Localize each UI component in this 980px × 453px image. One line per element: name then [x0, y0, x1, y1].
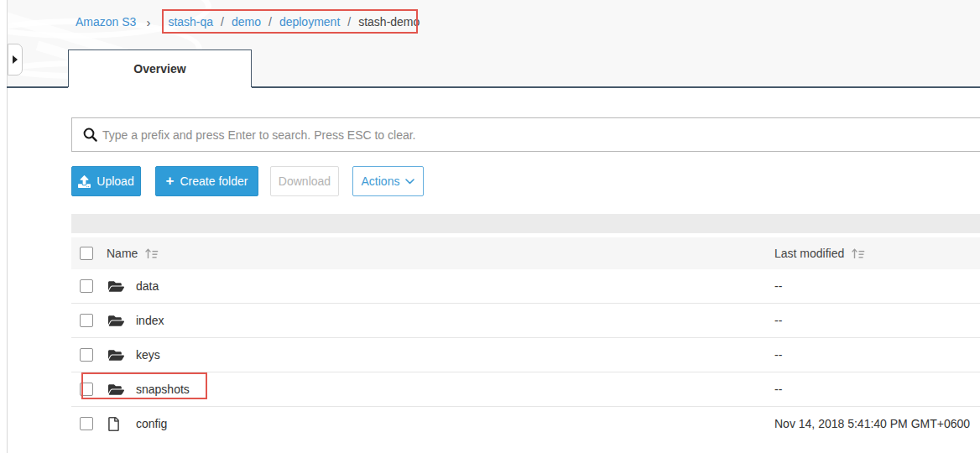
- breadcrumb-path: stash-qa / demo / deployment / stash-dem…: [160, 15, 420, 29]
- table-row: keys --: [71, 338, 980, 372]
- row-select-checkbox[interactable]: [80, 348, 93, 362]
- search-box: [71, 117, 980, 152]
- breadcrumb-item-demo[interactable]: demo: [232, 15, 261, 29]
- expand-arrow-icon: [13, 55, 18, 64]
- folder-icon: [108, 383, 125, 397]
- create-folder-button[interactable]: + Create folder: [155, 166, 258, 196]
- breadcrumb-item-deployment[interactable]: deployment: [279, 15, 340, 29]
- actions-button-label: Actions: [362, 174, 400, 188]
- folder-icon: [108, 348, 125, 362]
- download-button[interactable]: Download: [270, 166, 339, 196]
- download-button-label: Download: [279, 174, 331, 188]
- folder-icon: [108, 314, 125, 328]
- object-name-link[interactable]: snapshots: [136, 372, 190, 406]
- folder-icon: [108, 279, 125, 294]
- object-name-link[interactable]: keys: [136, 338, 160, 372]
- table-row: index --: [71, 304, 980, 338]
- upload-button[interactable]: Upload: [71, 166, 141, 196]
- breadcrumb-item-current: stash-demo: [358, 15, 420, 29]
- upload-button-label: Upload: [96, 174, 133, 188]
- breadcrumb: Amazon S3 › stash-qa / demo / deployment…: [76, 10, 420, 34]
- create-folder-button-label: Create folder: [180, 174, 248, 188]
- chevron-down-icon: [405, 179, 414, 185]
- breadcrumb-item-stash-qa[interactable]: stash-qa: [168, 15, 213, 29]
- table-row-snapshots: snapshots --: [71, 372, 980, 407]
- breadcrumb-amazon-s3[interactable]: Amazon S3: [76, 15, 136, 29]
- sort-icon: [851, 247, 865, 259]
- s3-console-page: Amazon S3 › stash-qa / demo / deployment…: [0, 0, 980, 453]
- last-modified-value: --: [774, 304, 782, 337]
- last-modified-value: Nov 14, 2018 5:41:40 PM GMT+0600: [774, 407, 970, 440]
- table-row: config Nov 14, 2018 5:41:40 PM GMT+0600: [71, 407, 980, 440]
- row-select-checkbox[interactable]: [80, 383, 93, 396]
- tab-overview-label: Overview: [133, 62, 185, 76]
- tabbar-line: [252, 86, 980, 88]
- column-header-last-modified[interactable]: Last modified: [774, 237, 865, 269]
- file-icon: [108, 417, 125, 431]
- table-header-row: Name Last modified: [71, 237, 980, 270]
- tab-overview[interactable]: Overview: [68, 49, 252, 87]
- tabbar-line: [7, 86, 68, 88]
- select-all-checkbox[interactable]: [80, 247, 93, 260]
- plus-icon: +: [166, 174, 175, 188]
- sidebar-expander[interactable]: [8, 44, 23, 76]
- breadcrumb-chevron-icon: ›: [146, 16, 150, 29]
- toolbar-strip: [71, 214, 980, 233]
- object-name-link[interactable]: data: [136, 269, 159, 303]
- row-select-checkbox[interactable]: [80, 417, 93, 430]
- last-modified-value: --: [774, 338, 782, 372]
- sort-icon: [144, 247, 159, 259]
- last-modified-value: --: [774, 269, 782, 303]
- breadcrumb-slash: /: [347, 15, 351, 29]
- upload-icon: [78, 175, 91, 188]
- column-name-label: Name: [107, 247, 138, 260]
- object-name-link[interactable]: config: [136, 407, 167, 440]
- table-row: data --: [71, 269, 980, 304]
- breadcrumb-slash: /: [221, 15, 224, 29]
- search-input[interactable]: [72, 118, 980, 151]
- row-select-checkbox[interactable]: [80, 314, 93, 327]
- object-name-link[interactable]: index: [136, 304, 164, 337]
- last-modified-value: --: [774, 372, 782, 406]
- breadcrumb-slash: /: [268, 15, 272, 29]
- row-select-checkbox[interactable]: [80, 279, 93, 293]
- column-last-modified-label: Last modified: [774, 247, 844, 260]
- object-table-body: data -- index -- keys -- snapshots: [71, 269, 980, 440]
- column-header-name[interactable]: Name: [107, 237, 159, 269]
- actions-dropdown-button[interactable]: Actions: [352, 166, 424, 196]
